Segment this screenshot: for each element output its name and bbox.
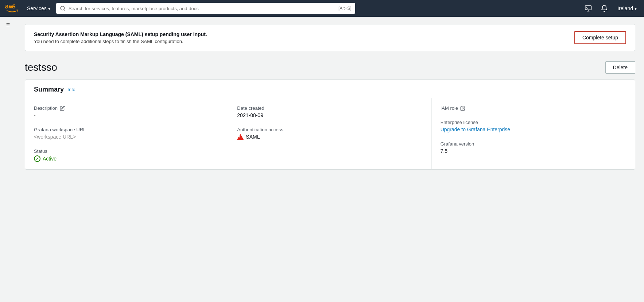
- upgrade-grafana-link[interactable]: Upgrade to Grafana Enterprise: [441, 127, 510, 132]
- summary-grid: Description - Grafana workspace URL: [25, 98, 635, 169]
- grafana-url-label: Grafana workspace URL: [34, 127, 219, 132]
- search-input[interactable]: [69, 6, 335, 11]
- services-button[interactable]: Services: [24, 4, 53, 13]
- notifications-button[interactable]: [598, 3, 610, 14]
- aws-logo: [4, 3, 18, 13]
- iam-role-field: IAM role: [441, 105, 626, 111]
- region-button[interactable]: Ireland: [614, 4, 640, 13]
- description-label: Description: [34, 105, 219, 111]
- nav-icons: Ireland: [582, 3, 640, 14]
- date-created-field: Date created 2021-08-09: [237, 105, 422, 118]
- saml-banner-title: Security Assertion Markup Language (SAML…: [34, 31, 207, 37]
- page-title: testsso: [25, 62, 57, 73]
- delete-button[interactable]: Delete: [605, 61, 635, 74]
- auth-access-value: SAML: [237, 134, 422, 140]
- grafana-version-label: Grafana version: [441, 141, 626, 147]
- terminal-icon: [585, 5, 592, 12]
- grafana-url-value: <workspace URL>: [34, 134, 219, 140]
- warning-triangle-icon: [237, 134, 244, 140]
- summary-col-2: Date created 2021-08-09 Authentication a…: [228, 98, 431, 169]
- date-created-value: 2021-08-09: [237, 112, 422, 118]
- search-shortcut: [Alt+S]: [338, 6, 352, 11]
- info-link[interactable]: Info: [67, 87, 75, 92]
- grafana-version-value: 7.5: [441, 148, 626, 154]
- summary-col-1: Description - Grafana workspace URL: [25, 98, 228, 169]
- iam-role-edit-icon[interactable]: [460, 106, 465, 111]
- status-value: Active: [34, 155, 219, 162]
- services-label: Services: [27, 5, 47, 11]
- region-label: Ireland: [617, 5, 633, 11]
- iam-role-label: IAM role: [441, 105, 626, 111]
- auth-access-label: Authentication access: [237, 127, 422, 132]
- search-bar: [Alt+S]: [56, 3, 355, 14]
- top-nav: Services [Alt+S] Ireland: [0, 0, 644, 17]
- saml-banner-subtitle: You need to complete additional steps to…: [34, 39, 207, 44]
- saml-banner-text: Security Assertion Markup Language (SAML…: [34, 31, 207, 44]
- region-chevron-icon: [635, 5, 637, 11]
- summary-title: Summary: [34, 86, 64, 93]
- grafana-url-field: Grafana workspace URL <workspace URL>: [34, 127, 219, 140]
- sidebar-toggle[interactable]: ≡: [0, 17, 16, 33]
- search-icon: [60, 5, 66, 11]
- enterprise-license-field: Enterprise license Upgrade to Grafana En…: [441, 120, 626, 132]
- summary-card: Summary Info Description: [25, 80, 635, 170]
- saml-warning: SAML: [237, 134, 422, 140]
- svg-point-0: [61, 6, 65, 10]
- status-active-icon: [34, 155, 40, 162]
- summary-header: Summary Info: [25, 80, 635, 98]
- bell-icon: [601, 5, 608, 12]
- complete-setup-button[interactable]: Complete setup: [574, 31, 626, 44]
- description-value: -: [34, 112, 219, 118]
- svg-line-1: [64, 9, 65, 11]
- enterprise-license-label: Enterprise license: [441, 120, 626, 125]
- status-label: Status: [34, 148, 219, 154]
- description-field: Description -: [34, 105, 219, 118]
- status-field: Status Active: [34, 148, 219, 162]
- svg-rect-2: [585, 6, 591, 10]
- grafana-version-field: Grafana version 7.5: [441, 141, 626, 154]
- description-edit-icon[interactable]: [60, 106, 65, 111]
- services-chevron-icon: [48, 5, 50, 11]
- summary-col-3: IAM role Enterprise license: [432, 98, 635, 169]
- date-created-label: Date created: [237, 105, 422, 111]
- auth-access-field: Authentication access SAML: [237, 127, 422, 140]
- cloudshell-button[interactable]: [582, 3, 594, 14]
- page-header: testsso Delete: [25, 61, 635, 74]
- main-area: Security Assertion Markup Language (SAML…: [16, 17, 644, 177]
- saml-banner: Security Assertion Markup Language (SAML…: [25, 24, 635, 51]
